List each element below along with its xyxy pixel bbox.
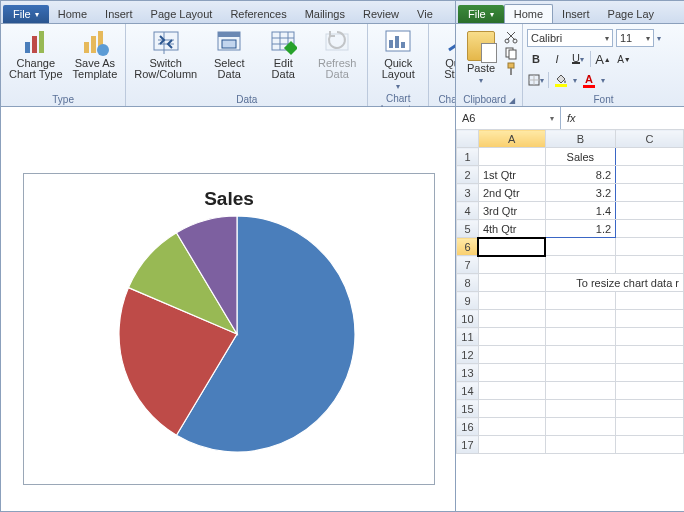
cell[interactable] [478, 274, 545, 292]
cell[interactable] [478, 364, 545, 382]
chart-object[interactable]: Sales [23, 173, 435, 485]
row-header[interactable]: 9 [457, 292, 479, 310]
cell[interactable] [545, 400, 616, 418]
cell[interactable] [616, 400, 684, 418]
cell[interactable] [478, 328, 545, 346]
cell[interactable]: 1st Qtr [478, 166, 545, 184]
cell[interactable] [616, 292, 684, 310]
cell[interactable]: 3.2 [545, 184, 616, 202]
col-header[interactable]: C [616, 130, 684, 148]
cell[interactable]: To resize chart data r [545, 274, 683, 292]
file-tab[interactable]: File▾ [3, 5, 49, 23]
cut-icon[interactable] [504, 30, 518, 44]
row-header[interactable]: 3 [457, 184, 479, 202]
cell[interactable] [616, 148, 684, 166]
cell[interactable] [616, 166, 684, 184]
fill-color-button[interactable] [552, 71, 570, 89]
chart-title[interactable]: Sales [24, 188, 434, 210]
cell[interactable] [545, 436, 616, 454]
switch-row-col-button[interactable]: Switch Row/Column [130, 26, 201, 82]
worksheet-grid[interactable]: ABC 1Sales21st Qtr8.232nd Qtr3.243rd Qtr… [456, 129, 684, 511]
tab-home[interactable]: Home [49, 5, 96, 23]
cell[interactable]: 4th Qtr [478, 220, 545, 238]
cell[interactable]: 3rd Qtr [478, 202, 545, 220]
select-data-button[interactable]: Select Data [203, 26, 255, 82]
cell[interactable] [616, 328, 684, 346]
tab-insert[interactable]: Insert [553, 5, 599, 23]
row-header[interactable]: 15 [457, 400, 479, 418]
cell[interactable] [478, 382, 545, 400]
col-header[interactable]: A [478, 130, 545, 148]
font-size-combo[interactable]: 11▾ [616, 29, 654, 47]
row-header[interactable]: 17 [457, 436, 479, 454]
tab-home[interactable]: Home [504, 4, 553, 23]
cell[interactable] [616, 238, 684, 256]
cell[interactable] [616, 184, 684, 202]
tab-review[interactable]: Review [354, 5, 408, 23]
bold-button[interactable]: B [527, 50, 545, 68]
cell[interactable] [616, 382, 684, 400]
cell[interactable] [478, 400, 545, 418]
cell[interactable] [545, 310, 616, 328]
grow-font-button[interactable]: A▲ [594, 50, 612, 68]
cell[interactable]: 1.2 [545, 220, 616, 238]
row-header[interactable]: 2 [457, 166, 479, 184]
tab-insert[interactable]: Insert [96, 5, 142, 23]
cell[interactable] [616, 346, 684, 364]
quick-layout-button[interactable]: Quick Layout ▾ [372, 26, 424, 93]
cell[interactable] [545, 238, 616, 256]
cell[interactable] [478, 418, 545, 436]
more-icon[interactable]: ▾ [657, 34, 661, 43]
file-tab[interactable]: File▾ [458, 5, 504, 23]
row-header[interactable]: 6 [457, 238, 479, 256]
tab-mailings[interactable]: Mailings [296, 5, 354, 23]
italic-button[interactable]: I [548, 50, 566, 68]
font-color-button[interactable]: A [580, 71, 598, 89]
name-box[interactable]: A6▾ [456, 107, 561, 129]
cell[interactable] [478, 256, 545, 274]
cell[interactable] [545, 418, 616, 436]
row-header[interactable]: 11 [457, 328, 479, 346]
row-header[interactable]: 5 [457, 220, 479, 238]
cell[interactable]: 1.4 [545, 202, 616, 220]
row-header[interactable]: 4 [457, 202, 479, 220]
save-as-template-button[interactable]: Save As Template [69, 26, 122, 82]
col-header[interactable]: B [545, 130, 616, 148]
row-header[interactable]: 10 [457, 310, 479, 328]
row-header[interactable]: 12 [457, 346, 479, 364]
cell[interactable] [616, 202, 684, 220]
cell[interactable] [478, 436, 545, 454]
select-all-corner[interactable] [457, 130, 479, 148]
cell[interactable]: 8.2 [545, 166, 616, 184]
pie-chart[interactable] [119, 216, 355, 452]
tab-page-layout[interactable]: Page Lay [599, 5, 663, 23]
cell[interactable] [616, 436, 684, 454]
cell[interactable]: 2nd Qtr [478, 184, 545, 202]
row-header[interactable]: 7 [457, 256, 479, 274]
cell[interactable] [478, 292, 545, 310]
cell[interactable] [545, 346, 616, 364]
tab-view[interactable]: Vie [408, 5, 442, 23]
fx-icon[interactable]: fx [561, 112, 582, 124]
cell[interactable] [545, 364, 616, 382]
change-chart-type-button[interactable]: Change Chart Type [5, 26, 67, 82]
cell[interactable] [545, 292, 616, 310]
document-area[interactable]: Sales [1, 107, 455, 511]
row-header[interactable]: 13 [457, 364, 479, 382]
cell[interactable]: Sales [545, 148, 616, 166]
borders-button[interactable]: ▾ [527, 71, 545, 89]
cell[interactable] [545, 382, 616, 400]
cell[interactable] [545, 328, 616, 346]
row-header[interactable]: 1 [457, 148, 479, 166]
underline-button[interactable]: U▾ [569, 50, 587, 68]
cell[interactable] [478, 346, 545, 364]
cell[interactable] [616, 418, 684, 436]
cell[interactable] [616, 364, 684, 382]
edit-data-button[interactable]: Edit Data [257, 26, 309, 82]
cell[interactable] [616, 256, 684, 274]
format-painter-icon[interactable] [504, 62, 518, 76]
cell[interactable] [478, 310, 545, 328]
cell[interactable] [478, 148, 545, 166]
cell[interactable] [478, 238, 545, 256]
cell[interactable] [545, 256, 616, 274]
